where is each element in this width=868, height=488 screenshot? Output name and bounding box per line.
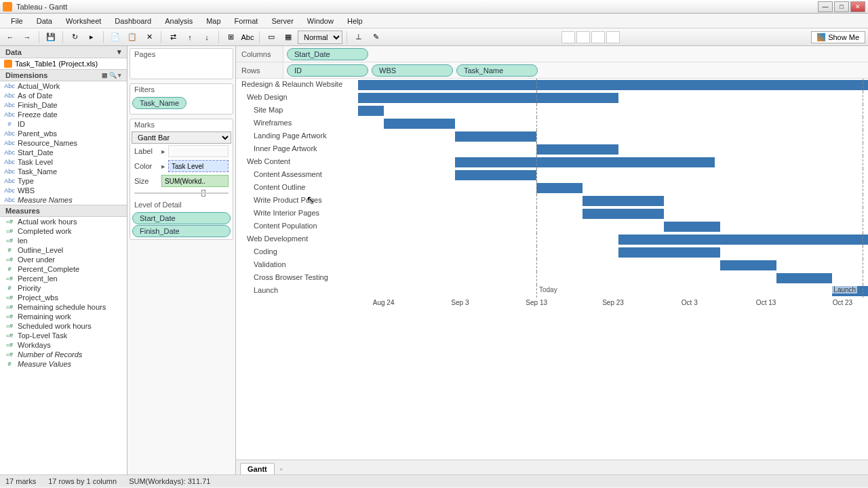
fix-axes-button[interactable]: ⊥ <box>351 30 366 44</box>
fit-select[interactable]: Normal <box>298 30 342 44</box>
label-button[interactable]: Abc <box>240 30 255 44</box>
duplicate-button[interactable]: 📋 <box>125 30 140 44</box>
lod-pill-start_date[interactable]: Start_Date <box>132 212 231 224</box>
dimension-measure-names[interactable]: AbcMeasure Names <box>0 195 127 205</box>
sheet-tab-gantt[interactable]: Gantt <box>240 463 275 474</box>
menu-data[interactable]: Data <box>30 16 59 26</box>
dimension-task-level[interactable]: AbcTask Level <box>0 157 127 167</box>
presentation-button[interactable]: ▭ <box>264 30 279 44</box>
pages-shelf[interactable]: Pages <box>130 48 233 79</box>
gantt-bar[interactable] <box>455 170 536 180</box>
menu-map[interactable]: Map <box>199 16 227 26</box>
dimension-type[interactable]: AbcType <box>0 176 127 186</box>
sort-asc-button[interactable]: ↑ <box>182 30 197 44</box>
measure-measure-values[interactable]: #Measure Values <box>0 359 127 369</box>
measure-workdays[interactable]: =#Workdays <box>0 340 127 350</box>
highlight-button[interactable]: ✎ <box>368 30 383 44</box>
gantt-bar[interactable] <box>384 119 455 129</box>
measure-actual-work-hours[interactable]: =#Actual work hours <box>0 217 127 226</box>
row-pill-wbs[interactable]: WBS <box>372 64 453 77</box>
dashboard-view-button[interactable] <box>591 31 605 43</box>
measure-outline-level[interactable]: #Outline_Level <box>0 245 127 255</box>
column-pill-start_date[interactable]: Start_Date <box>287 48 368 60</box>
auto-update-button[interactable]: ▸ <box>84 30 99 44</box>
group-button[interactable]: ⊞ <box>223 30 238 44</box>
measure-top-level-task[interactable]: =#Top-Level Task <box>0 331 127 340</box>
dimension-task-name[interactable]: AbcTask_Name <box>0 167 127 176</box>
dimension-freeze-date[interactable]: AbcFreeze date <box>0 110 127 119</box>
dimension-actual-work[interactable]: AbcActual_Work <box>0 81 127 91</box>
size-shelf[interactable]: SUM(Workd.. <box>161 175 229 187</box>
data-source-button[interactable] <box>561 31 575 43</box>
dimension-id[interactable]: #ID <box>0 119 127 129</box>
measure-len[interactable]: =#len <box>0 236 127 245</box>
gantt-bar[interactable] <box>664 222 720 232</box>
color-shelf[interactable]: Task Level <box>168 160 229 172</box>
find-icon[interactable]: 🔍 <box>109 72 117 79</box>
new-worksheet-button[interactable]: 📄 <box>108 30 123 44</box>
back-button[interactable]: ← <box>3 30 18 44</box>
save-button[interactable]: 💾 <box>43 30 58 44</box>
filter-pill-task-name[interactable]: Task_Name <box>132 97 186 109</box>
close-button[interactable]: ✕ <box>850 1 865 12</box>
new-sheet-button[interactable]: ▫ <box>275 464 288 474</box>
rows-shelf[interactable]: Rows IDWBSTask_Name <box>236 62 868 79</box>
gantt-bar[interactable] <box>583 209 664 219</box>
gantt-bar[interactable] <box>583 196 664 206</box>
filters-shelf[interactable]: Filters Task_Name <box>130 83 233 115</box>
home-button[interactable] <box>606 31 620 43</box>
clear-button[interactable]: ✕ <box>142 30 157 44</box>
gantt-bar[interactable] <box>455 157 715 167</box>
gantt-bar[interactable] <box>455 131 536 142</box>
gantt-bar[interactable] <box>618 235 868 245</box>
measure-over-under[interactable]: =#Over under <box>0 255 127 264</box>
view-cards-button[interactable]: ▦ <box>281 30 296 44</box>
gantt-bar[interactable] <box>536 183 583 193</box>
menu-analysis[interactable]: Analysis <box>158 16 199 26</box>
show-me-button[interactable]: Show Me <box>811 31 865 43</box>
gantt-bar[interactable] <box>618 247 720 258</box>
measure-completed-work[interactable]: =#Completed work <box>0 226 127 236</box>
measure-percent-len[interactable]: =#Percent_len <box>0 274 127 283</box>
menu-file[interactable]: File <box>4 16 30 26</box>
lod-pill-finish_date[interactable]: Finish_Date <box>132 225 231 237</box>
menu-worksheet[interactable]: Worksheet <box>59 16 108 26</box>
gantt-bar[interactable] <box>776 273 833 283</box>
dimension-finish-date[interactable]: AbcFinish_Date <box>0 100 127 110</box>
minimize-button[interactable]: — <box>818 1 833 12</box>
dimension-parent-wbs[interactable]: AbcParent_wbs <box>0 129 127 138</box>
worksheet-view-button[interactable] <box>576 31 590 43</box>
row-pill-task_name[interactable]: Task_Name <box>456 64 538 77</box>
label-shelf[interactable] <box>168 145 229 157</box>
menu-dashboard[interactable]: Dashboard <box>108 16 158 26</box>
gantt-chart[interactable]: Redesign & Relaunch WebsiteWeb DesignSit… <box>236 79 868 460</box>
size-slider[interactable] <box>132 188 231 198</box>
measure-priority[interactable]: #Priority <box>0 283 127 293</box>
data-source[interactable]: Task_Table1 (Project.xls) <box>0 58 127 69</box>
maximize-button[interactable]: □ <box>834 1 849 12</box>
view-toggle-icon[interactable]: ▦ <box>102 72 108 79</box>
dimension-as-of-date[interactable]: AbcAs of Date <box>0 91 127 100</box>
measure-remaining-schedule-hours[interactable]: =#Remaining schedule hours <box>0 302 127 312</box>
forward-button[interactable]: → <box>20 30 35 44</box>
menu-help[interactable]: Help <box>340 16 370 26</box>
dimension-start-date[interactable]: AbcStart_Date <box>0 148 127 157</box>
menu-server[interactable]: Server <box>264 16 300 26</box>
measure-remaining-work[interactable]: =#Remaining work <box>0 312 127 321</box>
lod-shelf[interactable]: Start_DateFinish_Date <box>130 210 233 239</box>
columns-shelf[interactable]: Columns Start_Date <box>236 46 868 62</box>
gantt-bar[interactable] <box>358 80 868 90</box>
dimension-wbs[interactable]: AbcWBS <box>0 186 127 195</box>
measure-project-wbs[interactable]: =#Project_wbs <box>0 293 127 302</box>
gantt-bar[interactable] <box>720 260 776 270</box>
menu-format[interactable]: Format <box>228 16 265 26</box>
sort-desc-button[interactable]: ↓ <box>199 30 214 44</box>
gantt-bar[interactable] <box>536 144 618 155</box>
mark-type-select[interactable]: Gantt Bar <box>132 131 231 144</box>
measure-scheduled-work-hours[interactable]: =#Scheduled work hours <box>0 321 127 331</box>
refresh-button[interactable]: ↻ <box>67 30 82 44</box>
gantt-bar[interactable] <box>358 106 384 116</box>
row-pill-id[interactable]: ID <box>287 64 368 77</box>
swap-button[interactable]: ⇄ <box>165 30 180 44</box>
menu-window[interactable]: Window <box>300 16 340 26</box>
